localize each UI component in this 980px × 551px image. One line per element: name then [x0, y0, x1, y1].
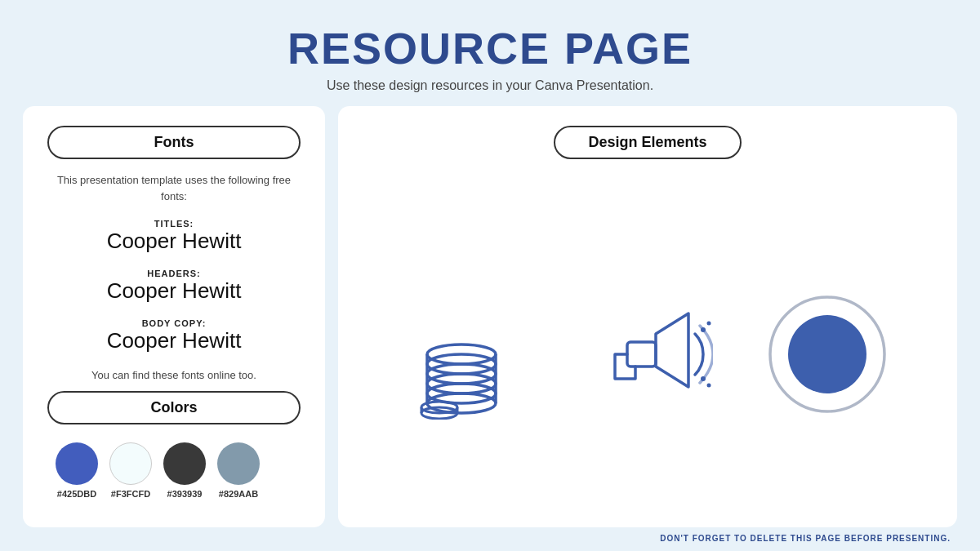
- find-fonts-text: You can find these fonts online too.: [47, 369, 301, 381]
- color-circle-4: [217, 442, 260, 485]
- color-hex-3: #393939: [167, 489, 203, 499]
- coins-icon: [403, 289, 533, 420]
- colors-label: Colors: [150, 399, 197, 415]
- main-content: Fonts This presentation template uses th…: [0, 106, 980, 527]
- right-panel: Design Elements: [338, 106, 957, 527]
- svg-point-21: [701, 327, 706, 332]
- color-item-3: #393939: [163, 442, 206, 499]
- circle-dot-icon: [762, 289, 893, 420]
- fonts-description: This presentation template uses the foll…: [47, 172, 301, 204]
- color-item-4: #829AAB: [217, 442, 260, 499]
- left-panel: Fonts This presentation template uses th…: [23, 106, 325, 527]
- icons-row: [403, 200, 893, 508]
- font-name-body: Cooper Hewitt: [47, 328, 301, 353]
- circle-dot-icon-wrapper: [762, 289, 893, 420]
- svg-point-23: [701, 376, 706, 381]
- font-name-titles: Cooper Hewitt: [47, 229, 301, 254]
- font-entry-headers: HEADERS: Cooper Hewitt: [47, 269, 301, 304]
- colors-swatches: #425DBD #F3FCFD #393939 #829AAB: [47, 442, 301, 499]
- fonts-label: Fonts: [154, 134, 194, 150]
- megaphone-icon-wrapper: [582, 289, 713, 420]
- font-name-headers: Cooper Hewitt: [47, 278, 301, 304]
- font-category-headers: HEADERS:: [47, 269, 301, 278]
- colors-section-box: Colors: [47, 391, 301, 424]
- svg-point-24: [707, 383, 711, 387]
- header-section: RESOURCE PAGE Use these design resources…: [287, 0, 693, 106]
- svg-point-26: [788, 315, 866, 393]
- design-elements-box: Design Elements: [554, 126, 741, 159]
- font-category-titles: TITLES:: [47, 219, 301, 229]
- font-category-body: BODY COPY:: [47, 318, 301, 328]
- font-entry-titles: TITLES: Cooper Hewitt: [47, 219, 301, 254]
- color-hex-1: #425DBD: [57, 489, 96, 499]
- color-item-1: #425DBD: [56, 442, 98, 499]
- design-elements-label: Design Elements: [588, 134, 706, 150]
- footer-note: DON'T FORGET TO DELETE THIS PAGE BEFORE …: [0, 527, 980, 551]
- color-circle-3: [163, 442, 206, 485]
- page-title: RESOURCE PAGE: [287, 23, 693, 73]
- svg-rect-20: [627, 342, 656, 367]
- fonts-section-box: Fonts: [47, 126, 301, 159]
- color-circle-2: [109, 442, 152, 485]
- page-subtitle: Use these design resources in your Canva…: [287, 78, 693, 93]
- color-hex-4: #829AAB: [219, 489, 258, 499]
- color-hex-2: #F3FCFD: [111, 489, 150, 499]
- color-circle-1: [56, 442, 98, 485]
- svg-point-22: [707, 321, 711, 325]
- coins-icon-wrapper: [403, 289, 533, 420]
- font-entry-body: BODY COPY: Cooper Hewitt: [47, 318, 301, 353]
- megaphone-icon: [582, 289, 713, 420]
- color-item-2: #F3FCFD: [109, 442, 152, 499]
